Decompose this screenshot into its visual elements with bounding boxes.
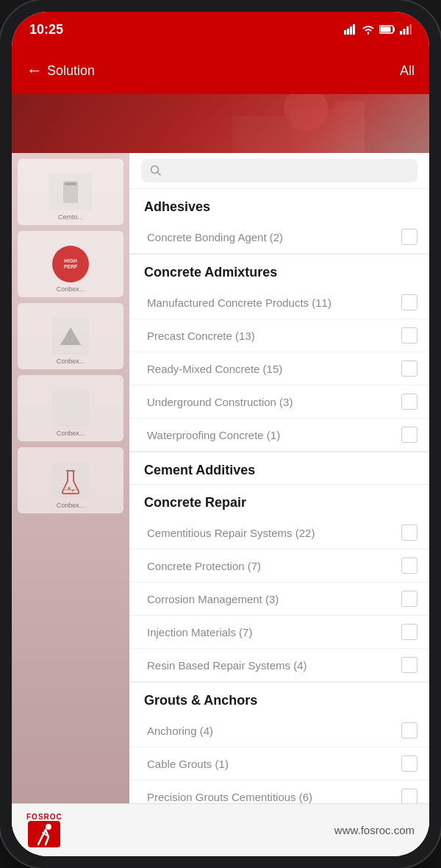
category-item-label: Injection Materials (7) (147, 626, 392, 638)
category-item-label: Anchoring (4) (147, 725, 392, 737)
svg-rect-7 (404, 29, 406, 35)
category-checkbox[interactable] (401, 394, 417, 410)
svg-rect-1 (347, 29, 349, 35)
category-checkbox[interactable] (401, 524, 417, 541)
svg-rect-8 (406, 26, 409, 35)
category-item-label: Concrete Protection (7) (147, 560, 392, 572)
svg-point-19 (46, 824, 51, 830)
category-item[interactable]: Ready-Mixed Concrete (15) (129, 352, 429, 385)
category-item[interactable]: Cementitious Repair Systems (22) (129, 516, 429, 549)
category-group-header: Adhesives (129, 189, 429, 221)
category-item-label: Concrete Bonding Agent (2) (147, 231, 392, 243)
header: ← Solution All (12, 47, 429, 94)
category-list: AdhesivesConcrete Bonding Agent (2)Concr… (129, 189, 429, 803)
phone-frame: 10:25 (0, 0, 441, 868)
category-item[interactable]: Waterproofing Concrete (1) (129, 419, 429, 452)
svg-rect-10 (12, 94, 429, 153)
svg-rect-5 (381, 27, 391, 32)
hero-image (12, 94, 429, 153)
category-checkbox[interactable] (401, 427, 417, 443)
fosroc-logo: FOSROC (26, 813, 62, 847)
category-checkbox[interactable] (401, 624, 417, 640)
category-item-label: Precision Grouts Cementitious (6) (147, 791, 392, 803)
search-icon (150, 165, 162, 177)
content-area: Cemto... HIGHPERF Conbex... C (12, 153, 429, 803)
category-item[interactable]: Precision Grouts Cementitious (6) (129, 780, 429, 803)
category-item[interactable]: Corrosion Management (3) (129, 583, 429, 616)
footer: FOSROC www.fosroc.com (12, 803, 429, 856)
svg-rect-6 (400, 31, 402, 35)
wifi-icon (362, 24, 375, 35)
svg-rect-2 (350, 26, 352, 35)
category-item[interactable]: Cable Grouts (1) (129, 747, 429, 780)
search-bar (129, 153, 429, 189)
category-item-label: Manufactured Concrete Products (11) (147, 296, 392, 309)
category-checkbox[interactable] (401, 327, 417, 344)
fosroc-logo-icon (28, 821, 60, 847)
category-item-label: Cable Grouts (1) (147, 758, 392, 770)
phone-screen: 10:25 (12, 12, 429, 856)
category-checkbox[interactable] (401, 722, 417, 739)
status-bar: 10:25 (12, 12, 429, 47)
category-group-header: Concrete Admixtures (129, 255, 429, 286)
category-checkbox[interactable] (401, 657, 417, 673)
status-time: 10:25 (29, 22, 63, 38)
header-title: Solution (47, 63, 95, 79)
category-item[interactable]: Injection Materials (7) (129, 616, 429, 649)
signal-dots-icon (400, 24, 412, 35)
category-checkbox[interactable] (401, 294, 417, 310)
back-arrow-icon: ← (26, 61, 43, 80)
svg-rect-3 (353, 24, 355, 35)
category-item-label: Ready-Mixed Concrete (15) (147, 363, 392, 375)
category-group-header: Cement Additives (129, 452, 429, 484)
left-sidebar: Cemto... HIGHPERF Conbex... C (12, 153, 129, 803)
category-group-header: Concrete Repair (129, 485, 429, 516)
svg-rect-12 (232, 116, 291, 153)
svg-rect-14 (335, 102, 365, 153)
category-item[interactable]: Concrete Bonding Agent (2) (129, 221, 429, 254)
category-checkbox[interactable] (401, 558, 417, 574)
category-group-header: Grouts & Anchors (129, 683, 429, 714)
category-item[interactable]: Anchoring (4) (129, 714, 429, 747)
svg-point-15 (68, 487, 71, 490)
category-checkbox[interactable] (401, 591, 417, 607)
category-checkbox[interactable] (401, 360, 417, 377)
category-item[interactable]: Precast Concrete (13) (129, 319, 429, 352)
brand-name: FOSROC (26, 813, 62, 821)
svg-point-16 (72, 490, 74, 492)
svg-rect-0 (344, 30, 346, 35)
status-icons (344, 24, 412, 35)
svg-rect-13 (291, 109, 335, 153)
category-checkbox[interactable] (401, 789, 417, 803)
svg-rect-9 (410, 24, 412, 35)
filter-panel[interactable]: AdhesivesConcrete Bonding Agent (2)Concr… (129, 153, 429, 803)
all-button[interactable]: All (400, 63, 415, 79)
category-item-label: Waterproofing Concrete (1) (147, 429, 392, 441)
category-item-label: Resin Based Repair Systems (4) (147, 659, 392, 672)
category-item-label: Underground Construction (3) (147, 396, 392, 408)
signal-bars-icon (344, 24, 357, 35)
category-item-label: Cementitious Repair Systems (22) (147, 527, 392, 539)
category-item[interactable]: Resin Based Repair Systems (4) (129, 649, 429, 682)
category-item[interactable]: Concrete Protection (7) (129, 549, 429, 583)
battery-icon (379, 25, 395, 34)
back-button[interactable]: ← Solution (26, 61, 95, 80)
category-item-label: Precast Concrete (13) (147, 330, 392, 342)
category-checkbox[interactable] (401, 229, 417, 245)
category-checkbox[interactable] (401, 755, 417, 772)
category-item[interactable]: Manufactured Concrete Products (11) (129, 286, 429, 319)
category-item[interactable]: Underground Construction (3) (129, 385, 429, 419)
search-input-wrap[interactable] (141, 159, 417, 182)
website-url: www.fosroc.com (334, 824, 415, 836)
category-item-label: Corrosion Management (3) (147, 593, 392, 605)
